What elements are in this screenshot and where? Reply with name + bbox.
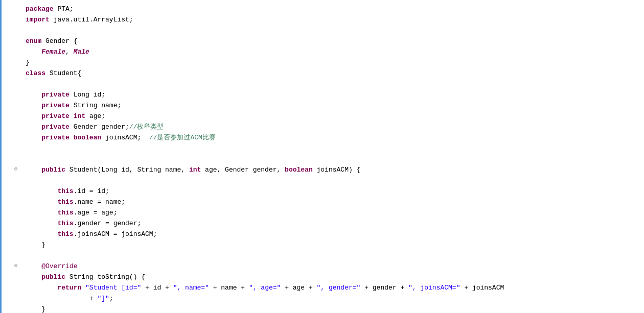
indent [26, 283, 57, 294]
keyword: private [41, 133, 70, 143]
code-line-11: private int age; [26, 111, 644, 122]
code-line-3 [26, 26, 644, 36]
keyword: public [41, 272, 65, 283]
text: age; [85, 111, 105, 122]
keyword-this: this [57, 208, 73, 219]
text: .name = name; [74, 197, 125, 208]
keyword-this: this [57, 219, 73, 229]
text: + id + [141, 283, 173, 294]
annotation: @Override [41, 261, 77, 272]
code-line-26: public String toString() { [26, 272, 644, 283]
string: "]" [97, 294, 109, 304]
keyword: package [26, 4, 54, 15]
code-editor: package PTA; import java.util.ArrayList;… [0, 0, 644, 313]
string: ", joinsACM=" [408, 283, 460, 294]
text: + name + [209, 283, 249, 294]
keyword: import [26, 15, 50, 26]
indent [26, 101, 41, 111]
code-line-2: import java.util.ArrayList; [26, 15, 644, 26]
text: } [26, 304, 45, 313]
code-line-10: private String name; [26, 101, 644, 111]
keyword-this: this [57, 197, 73, 208]
collapse-icon[interactable]: ⊖ [14, 165, 18, 174]
text: .joinsACM = joinsACM; [74, 229, 157, 240]
code-line-14 [26, 143, 644, 154]
code-line-20: this.age = age; [26, 208, 644, 219]
keyword: boolean [285, 165, 313, 176]
enum-value: Female [41, 47, 65, 58]
keyword-this: this [57, 229, 73, 240]
code-line-29: } [26, 304, 644, 313]
text: .age = age; [74, 208, 118, 219]
text [70, 133, 74, 143]
indent [26, 229, 57, 240]
keyword: int [189, 165, 201, 176]
text: Student{ [45, 68, 81, 79]
text: } [26, 240, 45, 251]
indent [26, 208, 57, 219]
text: Long id; [70, 90, 105, 101]
string: "Student [id=" [85, 283, 141, 294]
text: Gender gender; [70, 122, 129, 133]
code-line-13: private boolean joinsACM; //是否参加过ACM比赛 [26, 133, 644, 143]
keyword: int [74, 111, 85, 122]
text: + joinsACM [460, 283, 504, 294]
code-line-27: return "Student [id=" + id + ", name=" +… [26, 283, 644, 294]
keyword: class [26, 68, 45, 79]
text: + age + [281, 283, 316, 294]
enum-value: Male [74, 47, 89, 58]
string: ", gender=" [317, 283, 361, 294]
text: PTA; [54, 4, 74, 15]
code-content: package PTA; import java.util.ArrayList;… [0, 0, 644, 313]
text: String toString() { [65, 272, 145, 283]
keyword-this: this [57, 186, 73, 197]
code-line-8 [26, 79, 644, 90]
indent [26, 272, 41, 283]
indent [26, 186, 57, 197]
code-line-4: enum Gender { [26, 36, 644, 47]
code-line-24 [26, 251, 644, 261]
indent [26, 133, 41, 143]
text: + gender + [360, 283, 408, 294]
keyword: private [41, 111, 70, 122]
text: joinsACM) { [313, 165, 361, 176]
text: Student(Long id, String name, [65, 165, 189, 176]
text: Gender { [41, 36, 77, 47]
text: String name; [70, 101, 121, 111]
indent [26, 111, 41, 122]
indent [26, 261, 41, 272]
code-line-18: this.id = id; [26, 186, 644, 197]
code-line-5: Female, Male [26, 47, 644, 58]
keyword: private [41, 122, 70, 133]
code-line-12: private Gender gender;//枚举类型 [26, 122, 644, 133]
text: } [26, 58, 30, 68]
code-line-16: ⊖ public Student(Long id, String name, i… [26, 165, 644, 176]
code-line-21: this.gender = gender; [26, 219, 644, 229]
code-line-17 [26, 176, 644, 186]
code-line-7: class Student{ [26, 68, 644, 79]
code-line-25: ⊖ @Override [26, 261, 644, 272]
code-line-28: + "]"; [26, 294, 644, 304]
text: .gender = gender; [74, 219, 142, 229]
code-line-22: this.joinsACM = joinsACM; [26, 229, 644, 240]
keyword: public [41, 165, 65, 176]
text: age, Gender gender, [201, 165, 285, 176]
text: .id = id; [74, 186, 109, 197]
string: ", age=" [249, 283, 281, 294]
text [81, 283, 85, 294]
collapse-icon-2[interactable]: ⊖ [14, 261, 18, 271]
code-line-15 [26, 154, 644, 165]
keyword: return [57, 283, 81, 294]
indent [26, 294, 89, 304]
keyword: private [41, 101, 70, 111]
keyword: enum [26, 36, 41, 47]
comment: //枚举类型 [129, 122, 164, 133]
text: , [65, 47, 74, 58]
text: + [89, 294, 98, 304]
indent [26, 219, 57, 229]
text [70, 111, 74, 122]
text: java.util.ArrayList; [50, 15, 133, 26]
code-line-23: } [26, 240, 644, 251]
string: ", name=" [173, 283, 209, 294]
code-line-6: } [26, 58, 644, 68]
